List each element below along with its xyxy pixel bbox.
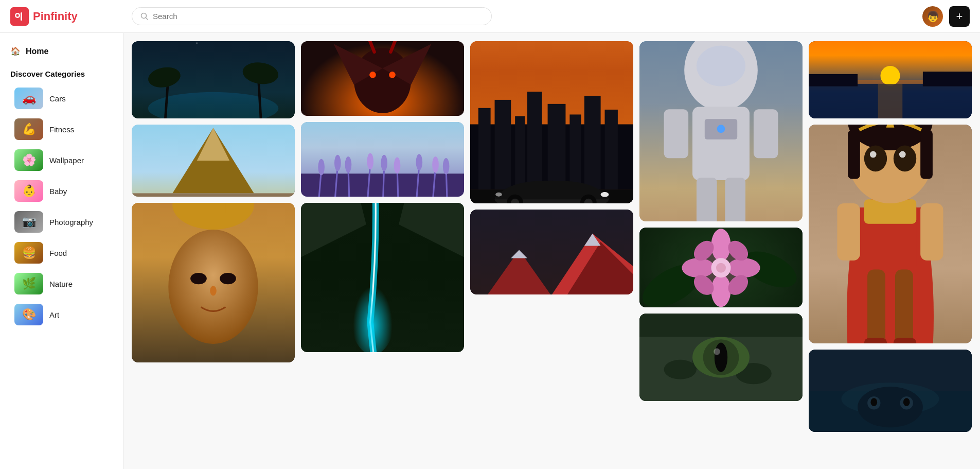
image-wonder-woman-chibi	[809, 125, 972, 343]
svg-point-142	[899, 151, 906, 158]
image-item-10[interactable]	[132, 203, 295, 362]
sidebar-item-art[interactable]: 🎨 Art	[4, 300, 119, 329]
sidebar-thumb-cars: 🚗	[14, 88, 43, 109]
sidebar-item-baby[interactable]: 👶 Baby	[4, 176, 119, 206]
sidebar-thumb-food: 🍔	[14, 242, 43, 264]
sidebar-item-wallpaper[interactable]: 🌸 Wallpaper	[4, 145, 119, 175]
svg-point-117	[715, 342, 727, 372]
sidebar-label-cars: Cars	[49, 94, 66, 103]
sidebar-label-art: Art	[49, 310, 59, 319]
svg-point-33	[369, 72, 376, 78]
sidebar-thumb-art: 🎨	[14, 304, 43, 325]
svg-point-121	[880, 66, 900, 85]
svg-point-94	[717, 125, 725, 133]
svg-point-48	[381, 155, 387, 171]
svg-rect-92	[725, 178, 745, 221]
image-item-3[interactable]	[470, 41, 633, 203]
svg-rect-130	[895, 269, 913, 343]
svg-rect-138	[920, 130, 933, 179]
image-item-1[interactable]	[132, 41, 295, 118]
sidebar-thumb-wallpaper: 🌸	[14, 149, 43, 171]
svg-point-54	[432, 157, 439, 173]
svg-rect-21	[132, 193, 295, 197]
svg-point-2	[16, 14, 19, 16]
image-item-2[interactable]	[301, 41, 464, 116]
svg-point-52	[416, 154, 422, 170]
svg-point-44	[345, 157, 352, 173]
image-item-5[interactable]	[809, 41, 972, 118]
sidebar-item-cars[interactable]: 🚗 Cars	[4, 83, 119, 113]
svg-rect-64	[495, 100, 511, 189]
search-input[interactable]	[153, 12, 483, 21]
sidebar-label-photography: Photography	[49, 218, 93, 227]
sidebar-item-nature[interactable]: 🌿 Nature	[4, 269, 119, 299]
svg-point-140	[894, 146, 916, 172]
image-red-mountain	[470, 210, 633, 294]
image-dragon	[301, 41, 464, 116]
svg-point-77	[601, 192, 609, 197]
sidebar-item-food[interactable]: 🍔 Food	[4, 238, 119, 268]
svg-rect-125	[923, 72, 972, 86]
svg-rect-123	[878, 84, 903, 118]
svg-point-139	[864, 146, 887, 172]
search-icon	[140, 12, 149, 21]
image-item-9[interactable]	[809, 125, 972, 343]
svg-rect-134	[920, 203, 943, 260]
svg-point-100	[711, 229, 730, 261]
svg-rect-88	[692, 107, 750, 180]
svg-rect-133	[837, 203, 860, 260]
sidebar-thumb-photography: 📷	[14, 211, 43, 233]
svg-rect-68	[569, 114, 581, 189]
image-space-soldier	[639, 41, 803, 221]
masonry-grid	[132, 41, 972, 432]
svg-point-78	[495, 193, 502, 197]
svg-rect-124	[809, 74, 858, 86]
sidebar-thumb-nature: 🌿	[14, 273, 43, 294]
image-item-8[interactable]	[639, 228, 803, 307]
image-glowing-river	[301, 203, 464, 352]
logo-text: Pinfinity	[33, 10, 78, 23]
image-crocodile	[639, 314, 803, 401]
sidebar-section-title: Discover Categories	[0, 61, 123, 82]
svg-point-34	[389, 72, 396, 78]
svg-point-30	[354, 48, 411, 113]
image-dark-teal	[809, 350, 972, 432]
image-item-15[interactable]	[470, 210, 633, 294]
image-sunset-water	[809, 41, 972, 118]
sidebar-label-nature: Nature	[49, 280, 73, 288]
sidebar-home-item[interactable]: 🏠 Home	[0, 41, 123, 61]
image-item-13[interactable]	[639, 314, 803, 401]
svg-point-46	[367, 153, 373, 170]
app-body: 🏠 Home Discover Categories 🚗 Cars 💪 Fitn…	[0, 33, 980, 469]
svg-point-28	[210, 286, 217, 296]
svg-rect-66	[527, 92, 542, 189]
svg-point-103	[727, 258, 760, 277]
svg-point-101	[711, 274, 730, 307]
image-item-4[interactable]	[639, 41, 803, 221]
sidebar-label-wallpaper: Wallpaper	[49, 156, 84, 165]
home-label: Home	[26, 47, 48, 56]
avatar[interactable]: 👦	[922, 6, 943, 27]
svg-point-141	[870, 151, 877, 158]
image-item-14[interactable]	[809, 350, 972, 432]
car-icon: 🚗	[22, 92, 36, 105]
sidebar-item-fitness[interactable]: 💪 Fitness	[4, 114, 119, 144]
search-bar[interactable]	[132, 7, 492, 25]
sidebar-thumb-fitness: 💪	[14, 118, 43, 140]
image-item-6[interactable]	[132, 125, 295, 197]
add-button[interactable]: +	[949, 6, 970, 27]
svg-point-42	[334, 155, 341, 171]
sidebar-item-photography[interactable]: 📷 Photography	[4, 207, 119, 237]
image-item-7[interactable]	[301, 122, 464, 197]
svg-point-147	[858, 387, 923, 427]
image-city-sunset-car	[470, 41, 633, 203]
svg-rect-69	[584, 96, 601, 189]
svg-point-50	[394, 158, 401, 174]
home-icon: 🏠	[10, 46, 21, 56]
svg-rect-63	[478, 108, 491, 190]
image-deity-statue	[132, 203, 295, 362]
sidebar-label-fitness: Fitness	[49, 125, 74, 134]
svg-point-56	[443, 158, 450, 175]
image-item-11[interactable]	[301, 203, 464, 352]
sidebar-thumb-baby: 👶	[14, 180, 43, 202]
